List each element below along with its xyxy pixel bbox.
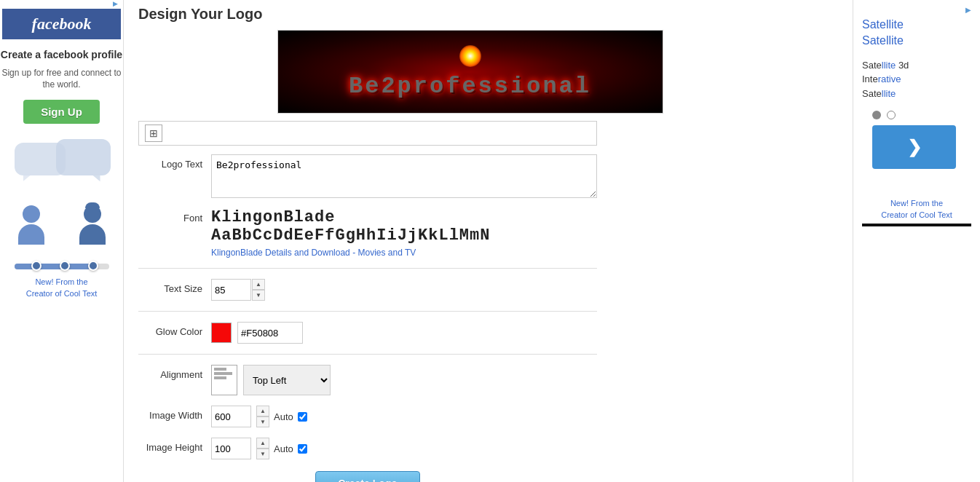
text-size-up-button[interactable]: ▲ (252, 279, 265, 290)
image-width-up-button[interactable]: ▲ (256, 406, 269, 416)
logo-text-input[interactable]: Be2professional (211, 154, 597, 198)
person-male-head (23, 205, 40, 223)
text-size-input-area: ▲ ▼ (211, 279, 597, 301)
logo-text-label: Logo Text (138, 154, 211, 170)
right-ad-indicator: ▶ (862, 6, 971, 14)
image-width-input-area: ▲ ▼ Auto (211, 406, 597, 427)
main-content: Design Your Logo Be2professional ⊞ Logo … (124, 0, 853, 482)
glow-color-input[interactable] (237, 322, 303, 344)
image-width-down-button[interactable]: ▼ (256, 416, 269, 427)
text-size-input[interactable] (211, 279, 251, 301)
image-width-control: ▲ ▼ Auto (211, 406, 597, 427)
logo-preview-image: Be2professional (277, 30, 663, 114)
image-height-input-area: ▲ ▼ Auto (211, 438, 597, 459)
satellite-3-text: Sate (862, 88, 882, 99)
facebook-logo-text: facebook (32, 15, 92, 33)
text-size-spinner: ▲ ▼ (252, 279, 265, 301)
carousel-next-button[interactable]: ❯ (872, 125, 956, 169)
align-preview-line-1 (214, 368, 226, 371)
image-height-input[interactable] (211, 438, 251, 459)
slider-bar[interactable] (15, 264, 109, 269)
divider-1 (138, 268, 597, 269)
satellite-highlight-1: llite (882, 60, 896, 71)
font-row: Font KlingonBlade AaBbCcDdEeFfGgHhIiJjKk… (138, 208, 597, 258)
alignment-input-area: Top Left Top Center Top Right Center Lef… (211, 365, 597, 395)
glow-color-swatch[interactable] (211, 323, 232, 343)
carousel-next-icon: ❯ (907, 137, 922, 157)
image-height-up-button[interactable]: ▲ (256, 438, 269, 449)
alignment-preview (211, 365, 237, 395)
glow-color-row: Glow Color (138, 322, 597, 344)
left-sidebar: ▶ facebook Create a facebook profile Sig… (0, 0, 124, 482)
slider-dot-1[interactable] (31, 261, 42, 271)
slider-dot-2[interactable] (60, 261, 70, 271)
slider-dot-3[interactable] (88, 261, 98, 271)
ad-top-indicator: ▶ (2, 0, 121, 7)
speech-bubble-right (56, 139, 111, 175)
logo-text-input-area: Be2professional (211, 154, 597, 198)
image-height-down-button[interactable]: ▼ (256, 449, 269, 459)
font-preview-area: KlingonBlade AaBbCcDdEeFfGgHhIiJjKkLlMmN… (211, 208, 597, 258)
satellite-description: Satellite 3d Interative Satellite (862, 58, 971, 101)
text-size-down-button[interactable]: ▼ (252, 290, 265, 301)
person-male-body (18, 224, 44, 245)
new-from-left: New! From the Creator of Cool Text (26, 277, 98, 299)
font-details-link[interactable]: KlingonBlade Details and Download - Movi… (211, 248, 597, 258)
satellite-link-2[interactable]: Satellite (862, 33, 971, 49)
alignment-select[interactable]: Top Left Top Center Top Right Center Lef… (243, 365, 331, 395)
alignment-control: Top Left Top Center Top Right Center Lef… (211, 365, 597, 395)
toolbar-row: ⊞ (138, 121, 597, 146)
person-female-body (79, 224, 106, 245)
new-from-right: New! From the Creator of Cool Text (862, 198, 971, 221)
glow-color-label: Glow Color (138, 322, 211, 337)
ad-triangle-icon: ▶ (113, 0, 118, 7)
image-height-spinner: ▲ ▼ (256, 438, 269, 459)
satellite-3d-text: Sate (862, 60, 882, 71)
fb-create-title: Create a facebook profile (1, 48, 122, 63)
font-label: Font (138, 208, 211, 224)
text-size-control: ▲ ▼ (211, 279, 597, 301)
image-height-auto-label: Auto (274, 443, 293, 454)
interative-text: Inte (862, 74, 878, 84)
font-preview-text: KlingonBlade AaBbCcDdEeFfGgHhIiJjKkLlMmN (211, 208, 597, 245)
alignment-row: Alignment Top Left Top Center Top Right (138, 365, 597, 395)
image-width-input[interactable] (211, 406, 251, 427)
facebook-ad-banner[interactable]: facebook (2, 9, 121, 39)
image-height-label: Image Height (138, 438, 211, 453)
carousel-dot-2[interactable] (887, 111, 896, 119)
carousel-dot-1[interactable] (872, 111, 881, 119)
image-height-auto-checkbox[interactable] (298, 444, 307, 454)
image-width-auto-checkbox[interactable] (298, 412, 307, 422)
image-width-spinner: ▲ ▼ (256, 406, 269, 427)
satellite-link-1[interactable]: Satellite (862, 17, 971, 33)
right-sidebar: ▶ Satellite Satellite Satellite 3d Inter… (853, 0, 980, 482)
form-section: Logo Text Be2professional Font KlingonBl… (138, 154, 597, 459)
page-title: Design Your Logo (138, 6, 838, 23)
divider-3 (138, 354, 597, 355)
black-bar (862, 224, 971, 226)
create-btn-row: Create Logo (138, 471, 597, 482)
image-width-row: Image Width ▲ ▼ Auto (138, 406, 597, 427)
align-preview-line-2 (214, 372, 232, 375)
interative-highlight: rative (878, 74, 901, 84)
image-height-row: Image Height ▲ ▼ Auto (138, 438, 597, 459)
carousel-dots (872, 111, 971, 119)
text-size-row: Text Size ▲ ▼ (138, 279, 597, 301)
person-female-head (84, 205, 101, 223)
logo-preview-text: Be2professional (349, 73, 591, 100)
person-female (79, 205, 106, 245)
glow-color-input-area (211, 322, 597, 344)
divider-2 (138, 311, 597, 312)
satellite-3d-rest: 3d (896, 60, 909, 71)
slider-track (15, 264, 90, 269)
create-logo-button[interactable]: Create Logo (315, 471, 420, 482)
align-preview-line-3 (214, 376, 226, 379)
fb-subtitle: Sign up for free and connect to the worl… (0, 67, 123, 92)
image-width-auto-label: Auto (274, 411, 293, 422)
signup-button[interactable]: Sign Up (23, 100, 100, 124)
person-male (18, 205, 44, 245)
right-ad-triangle-icon: ▶ (965, 6, 971, 14)
satellite-highlight-2: llite (882, 88, 896, 99)
image-height-control: ▲ ▼ Auto (211, 438, 597, 459)
add-image-button[interactable]: ⊞ (145, 125, 162, 142)
